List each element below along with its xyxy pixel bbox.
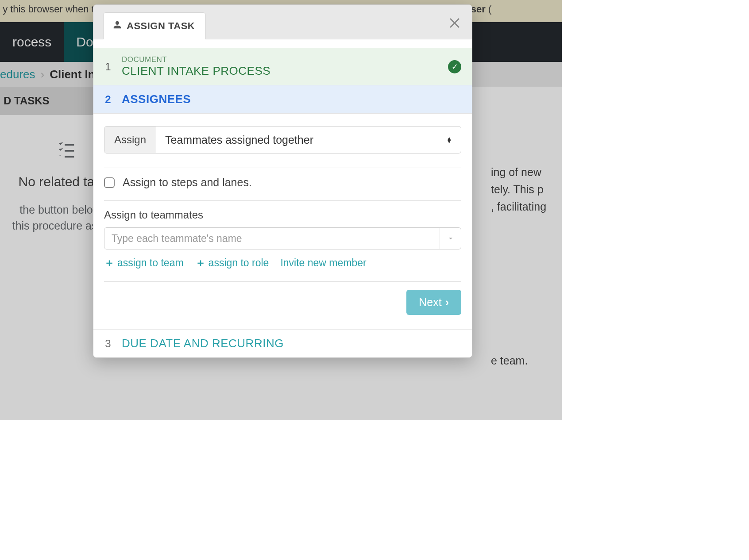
assign-task-modal: ASSIGN TASK 1 DOCUMENT CLIENT INTAKE PRO… <box>93 4 472 358</box>
step-number: 2 <box>104 93 112 106</box>
step-number: 1 <box>104 61 112 73</box>
wizard-step-due-date[interactable]: 3 DUE DATE AND RECURRING <box>93 329 472 357</box>
chevron-right-icon: › <box>445 296 449 309</box>
close-button[interactable] <box>447 15 462 31</box>
assign-steps-lanes-label: Assign to steps and lanes. <box>123 176 252 189</box>
assign-label: Assign <box>104 127 156 153</box>
step-title: DUE DATE AND RECURRING <box>122 337 461 350</box>
invite-member-link[interactable]: Invite new member <box>280 256 366 270</box>
assign-mode-value: Teammates assigned together <box>165 134 313 146</box>
plus-icon: ＋ <box>195 256 206 270</box>
modal-header: ASSIGN TASK <box>93 5 472 39</box>
step-title: ASSIGNEES <box>122 92 461 106</box>
person-icon <box>112 20 122 32</box>
chevron-down-icon <box>447 234 455 242</box>
teammates-dropdown-toggle[interactable] <box>440 228 461 249</box>
assign-to-team-link[interactable]: ＋assign to team <box>104 256 184 270</box>
assign-to-role-link[interactable]: ＋assign to role <box>195 256 269 270</box>
step-number: 3 <box>104 338 112 350</box>
teammates-input[interactable] <box>104 228 440 249</box>
assign-mode-row: Assign Teammates assigned together ▲▼ <box>104 126 461 153</box>
close-icon <box>447 15 462 30</box>
wizard-step-assignees[interactable]: 2 ASSIGNEES <box>93 85 472 114</box>
plus-icon: ＋ <box>104 256 115 270</box>
modal-tab-label: ASSIGN TASK <box>127 20 195 32</box>
assign-steps-lanes-checkbox[interactable] <box>104 177 115 188</box>
wizard-step-document[interactable]: 1 DOCUMENT CLIENT INTAKE PROCESS ✓ <box>93 48 472 85</box>
check-icon: ✓ <box>448 60 461 73</box>
modal-tab-assign-task[interactable]: ASSIGN TASK <box>103 12 206 39</box>
step-title: CLIENT INTAKE PROCESS <box>122 64 438 78</box>
assign-teammates-label: Assign to teammates <box>104 209 461 221</box>
step-overline: DOCUMENT <box>122 55 438 64</box>
assign-mode-select[interactable]: Teammates assigned together ▲▼ <box>156 127 461 153</box>
next-button[interactable]: Next › <box>406 290 461 315</box>
sort-caret-icon: ▲▼ <box>446 137 452 143</box>
